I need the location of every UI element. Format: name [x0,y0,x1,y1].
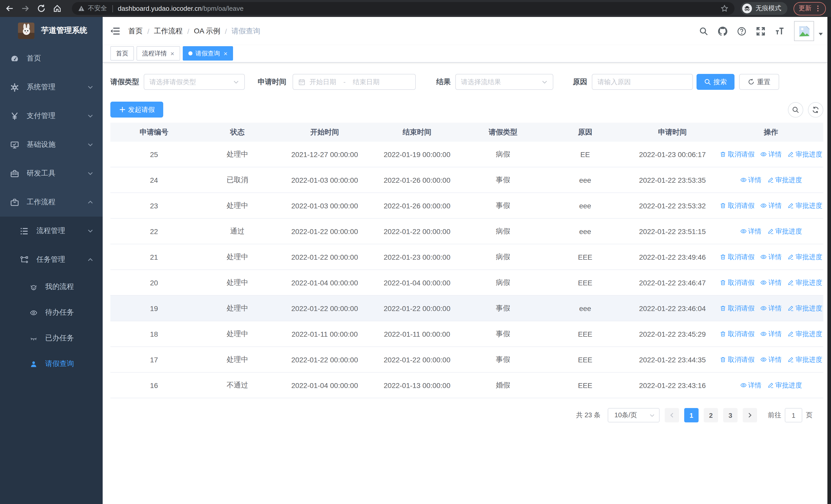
progress-action-link[interactable]: 审批进度 [787,355,822,364]
help-icon[interactable] [737,26,746,36]
cell-reason: EEE [544,373,626,398]
reason-input[interactable]: 请输入原因 [592,74,693,90]
progress-action-link[interactable]: 审批进度 [767,175,802,184]
tab-leave-query[interactable]: 请假查询 × [182,46,233,61]
cancel-action-link[interactable]: 取消请假 [720,304,754,313]
avatar[interactable] [794,21,814,41]
sidebar-item-leave-query[interactable]: 请假查询 [0,351,103,377]
address-bar[interactable]: 不安全 dashboard.yudao.iocoder.cn /bpm/oa/l… [72,2,735,15]
tab-close-icon[interactable]: × [170,50,174,57]
detail-action-link[interactable]: 详情 [740,381,762,390]
cancel-action-link[interactable]: 取消请假 [720,329,754,338]
bookmark-star-icon[interactable] [721,5,728,12]
page-button-1[interactable]: 1 [684,408,698,422]
progress-action-link[interactable]: 审批进度 [767,227,802,236]
insecure-warning-icon[interactable] [78,5,85,12]
progress-action-link[interactable]: 审批进度 [767,381,802,390]
cell-applied: 2022-01-22 23:45:29 [626,321,719,347]
delete-icon [720,254,726,260]
apply-time-range-picker[interactable]: 开始日期 - 结束日期 [292,74,416,90]
progress-action-link[interactable]: 审批进度 [787,150,822,159]
result-select[interactable]: 请选择流结果 [455,74,553,90]
search-button[interactable]: 搜索 [696,74,735,90]
detail-action-link[interactable]: 详情 [740,175,762,184]
next-page-button[interactable] [743,408,757,422]
detail-action-link[interactable]: 详情 [740,227,762,236]
tab-process-detail[interactable]: 流程详情 × [137,46,180,61]
cancel-action-label: 取消请假 [728,201,754,210]
cancel-action-link[interactable]: 取消请假 [720,252,754,262]
browser-menu-icon[interactable] [815,5,821,12]
cancel-action-link[interactable]: 取消请假 [720,278,754,287]
page-button-2[interactable]: 2 [704,408,718,422]
sidebar-item-system[interactable]: 系统管理 [0,73,103,101]
detail-action-link[interactable]: 详情 [760,252,782,262]
progress-action-link[interactable]: 审批进度 [787,304,822,313]
detail-action-link[interactable]: 详情 [760,329,782,338]
page-scrollbar[interactable] [827,17,831,504]
cancel-action-link[interactable]: 取消请假 [720,355,754,364]
tab-home[interactable]: 首页 [110,46,134,61]
progress-action-link[interactable]: 审批进度 [787,329,822,338]
sidebar-item-my-processes[interactable]: 我的流程 [0,274,103,300]
prev-page-button[interactable] [665,408,679,422]
page-size-select[interactable]: 10条/页 [608,408,660,422]
sidebar-item-payment[interactable]: 支付管理 [0,101,103,130]
breadcrumb-item[interactable]: 工作流程 [154,26,183,36]
cell-id: 18 [110,321,198,347]
detail-action-link[interactable]: 详情 [760,304,782,313]
delete-icon [720,151,726,157]
browser-update-button[interactable]: 更新 [794,2,826,15]
reason-label: 原因 [573,77,587,87]
cancel-action-link[interactable]: 取消请假 [720,150,754,159]
sidebar-item-home[interactable]: 首页 [0,44,103,73]
tab-close-icon[interactable]: × [224,50,227,57]
detail-action-link[interactable]: 详情 [760,278,782,287]
github-icon[interactable] [718,26,727,36]
toggle-search-button[interactable] [788,102,803,117]
sidebar-item-infrastructure[interactable]: 基础设施 [0,130,103,159]
cell-end: 2022-01-26 00:00:00 [372,167,462,192]
sidebar-item-dev-tools[interactable]: 研发工具 [0,159,103,188]
sidebar-item-done-tasks[interactable]: 已办任务 [0,325,103,351]
user-icon [30,360,37,368]
avatar-caret-icon[interactable] [818,31,823,36]
progress-action-label: 审批进度 [775,227,802,236]
detail-action-link[interactable]: 详情 [760,150,782,159]
font-size-icon[interactable] [775,26,784,36]
refresh-table-button[interactable] [808,102,823,117]
goto-page-input[interactable]: 1 [785,408,802,422]
breadcrumb-item[interactable]: 首页 [128,26,143,36]
cancel-action-link[interactable]: 取消请假 [720,201,754,210]
progress-action-link[interactable]: 审批进度 [787,252,822,262]
sidebar-item-workflow[interactable]: 工作流程 [0,188,103,216]
detail-action-link[interactable]: 详情 [760,201,782,210]
reload-icon[interactable] [37,4,46,13]
forward-icon[interactable] [21,4,30,13]
progress-action-link[interactable]: 审批进度 [787,201,822,210]
cell-id: 22 [110,219,198,244]
home-icon[interactable] [53,4,62,13]
view-icon [760,202,767,209]
sidebar-item-task-management[interactable]: 任务管理 [0,245,103,274]
breadcrumb-item[interactable]: OA 示例 [194,26,221,36]
col-header-reason: 原因 [544,123,626,142]
back-icon[interactable] [5,4,14,13]
breadcrumb: 首页 / 工作流程 / OA 示例 / 请假查询 [128,26,260,36]
sidebar-fold-icon[interactable] [110,26,120,36]
sidebar-item-todo-tasks[interactable]: 待办任务 [0,300,103,325]
cell-end: 2022-01-23 00:00:00 [372,244,462,269]
gear-icon [10,83,19,92]
page-button-3[interactable]: 3 [723,408,738,422]
table-row: 24已取消2022-01-03 00:00:002022-01-26 00:00… [110,167,823,193]
detail-action-link[interactable]: 详情 [760,355,782,364]
sidebar-item-process-management[interactable]: 流程管理 [0,216,103,245]
create-leave-button[interactable]: 发起请假 [110,101,163,118]
progress-action-link[interactable]: 审批进度 [787,278,822,287]
chevron-left-icon [669,412,675,418]
fullscreen-icon[interactable] [756,26,765,36]
reset-button[interactable]: 重置 [739,74,779,90]
leave-type-select[interactable]: 请选择请假类型 [144,74,245,90]
search-icon[interactable] [699,26,708,36]
cancel-action-label: 取消请假 [728,329,754,338]
